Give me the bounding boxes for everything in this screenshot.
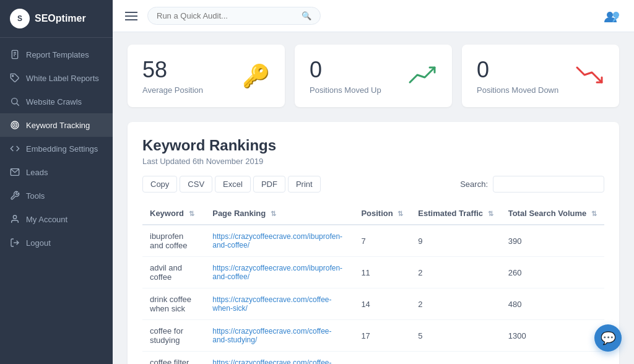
stat-info: 58 Average Position	[142, 57, 203, 95]
svg-point-11	[13, 215, 16, 219]
svg-point-14	[613, 12, 619, 18]
sidebar-nav: Report Templates White Label Reports Web…	[0, 38, 113, 364]
stat-icon-down	[575, 63, 604, 90]
target-icon	[10, 120, 20, 130]
cell-page-ranking[interactable]: https://crazycoffeecrave.com/ibuprofen-a…	[205, 225, 354, 257]
csv-button[interactable]: CSV	[180, 176, 212, 193]
sidebar-item-embedding-settings[interactable]: Embedding Settings	[0, 137, 113, 160]
search-input[interactable]	[157, 11, 297, 20]
sidebar-item-white-label-reports[interactable]: White Label Reports	[0, 66, 113, 90]
data-table: Keyword ⇅ Page Ranking ⇅ Position ⇅ Es	[142, 202, 604, 364]
cell-search-volume: 1300	[501, 320, 604, 352]
cell-page-ranking[interactable]: https://crazycoffeecrave.com/ibuprofen-a…	[205, 257, 354, 288]
stat-label: Positions Moved Down	[477, 85, 558, 95]
cell-keyword: coffee for studying	[142, 320, 205, 352]
cell-page-ranking[interactable]: https://crazycoffeecrave.com/coffee-and-…	[205, 320, 354, 352]
sidebar-item-label: White Label Reports	[26, 74, 99, 83]
cell-position: 7	[354, 225, 410, 257]
stat-value: 58	[142, 57, 203, 83]
sidebar-item-leads[interactable]: Leads	[0, 160, 113, 184]
code-icon	[10, 144, 20, 154]
hamburger-button[interactable]	[123, 9, 140, 23]
sidebar-item-report-templates[interactable]: Report Templates	[0, 43, 113, 66]
search-bar: 🔍	[147, 7, 321, 25]
stat-icon-avg: 🔑	[242, 63, 270, 89]
table-head: Keyword ⇅ Page Ranking ⇅ Position ⇅ Es	[142, 202, 604, 225]
sidebar: S SEOptimer Report Templates White Label…	[0, 0, 113, 364]
logo-text: SEOptimer	[35, 13, 86, 24]
cell-position: 17	[354, 320, 410, 352]
sort-icon: ⇅	[488, 210, 493, 217]
table-row: advil and coffee https://crazycoffeecrav…	[142, 257, 604, 288]
cell-estimated-traffic: 9	[410, 225, 500, 257]
sidebar-item-tools[interactable]: Tools	[0, 184, 113, 207]
trend-up-icon	[407, 63, 437, 87]
users-icon	[603, 9, 623, 24]
sidebar-item-logout[interactable]: Logout	[0, 231, 113, 254]
sidebar-item-label: Report Templates	[26, 50, 89, 59]
tool-icon	[10, 191, 20, 201]
cell-search-volume: 1600	[501, 352, 604, 365]
table-title: Keyword Rankings	[142, 137, 604, 154]
cell-position: 11	[354, 257, 410, 288]
sidebar-logo: S SEOptimer	[0, 0, 113, 38]
col-page-ranking[interactable]: Page Ranking ⇅	[205, 202, 354, 225]
sidebar-item-label: My Account	[26, 215, 67, 224]
print-button[interactable]: Print	[288, 176, 321, 193]
svg-point-5	[12, 98, 17, 104]
cell-estimated-traffic: 6	[410, 352, 500, 365]
cell-page-ranking[interactable]: https://crazycoffeecrave.com/coffee-when…	[205, 288, 354, 320]
svg-point-13	[607, 12, 613, 18]
table-buttons: Copy CSV Excel PDF Print	[142, 176, 321, 193]
avatar[interactable]	[602, 5, 624, 27]
table-row: coffee filter substitutes https://crazyc…	[142, 352, 604, 365]
sidebar-item-my-account[interactable]: My Account	[0, 207, 113, 231]
copy-button[interactable]: Copy	[142, 176, 177, 193]
user-icon	[10, 214, 20, 224]
sidebar-item-label: Keyword Tracking	[26, 121, 90, 130]
hamburger-line	[125, 12, 137, 13]
col-search-volume[interactable]: Total Search Volume ⇅	[501, 202, 604, 225]
table-search: Search:	[460, 176, 604, 193]
search-label: Search:	[460, 180, 488, 189]
stat-icon-up	[407, 63, 437, 90]
cell-page-ranking[interactable]: https://crazycoffeecrave.com/coffee-filt…	[205, 352, 354, 365]
svg-line-6	[17, 103, 19, 106]
pdf-button[interactable]: PDF	[253, 176, 285, 193]
col-keyword[interactable]: Keyword ⇅	[142, 202, 205, 225]
table-section: Keyword Rankings Last Updated 6th Novemb…	[128, 122, 619, 364]
sort-icon: ⇅	[189, 210, 194, 217]
sidebar-item-label: Tools	[26, 191, 45, 201]
cell-search-volume: 260	[501, 257, 604, 288]
stat-card-avg-position: 58 Average Position 🔑	[128, 45, 285, 107]
excel-button[interactable]: Excel	[215, 176, 251, 193]
content-area: 58 Average Position 🔑 0 Positions Moved …	[113, 32, 634, 364]
cell-keyword: coffee filter substitutes	[142, 352, 205, 365]
cell-position: 17	[354, 352, 410, 365]
tag-icon	[10, 73, 20, 83]
col-position[interactable]: Position ⇅	[354, 202, 410, 225]
hamburger-line	[125, 19, 137, 20]
sidebar-item-label: Embedding Settings	[26, 144, 98, 154]
mail-icon	[10, 167, 20, 177]
table-search-input[interactable]	[493, 176, 604, 193]
col-estimated-traffic[interactable]: Estimated Traffic ⇅	[410, 202, 500, 225]
sidebar-item-keyword-tracking[interactable]: Keyword Tracking	[0, 113, 113, 137]
trend-down-icon	[575, 63, 604, 87]
sidebar-item-label: Website Crawls	[26, 97, 82, 106]
cell-keyword: advil and coffee	[142, 257, 205, 288]
chat-button[interactable]: 💬	[594, 324, 622, 352]
cell-keyword: drink coffee when sick	[142, 288, 205, 320]
cell-estimated-traffic: 2	[410, 257, 500, 288]
table-body: ibuprofen and coffee https://crazycoffee…	[142, 225, 604, 364]
sort-icon: ⇅	[271, 210, 276, 217]
table-row: coffee for studying https://crazycoffeec…	[142, 320, 604, 352]
file-icon	[10, 50, 20, 59]
sort-icon: ⇅	[591, 210, 597, 217]
stat-label: Average Position	[142, 85, 203, 95]
svg-point-9	[14, 124, 15, 125]
cell-estimated-traffic: 2	[410, 288, 500, 320]
svg-point-4	[12, 76, 14, 77]
stat-card-positions-up: 0 Positions Moved Up	[295, 45, 452, 107]
sidebar-item-website-crawls[interactable]: Website Crawls	[0, 90, 113, 113]
